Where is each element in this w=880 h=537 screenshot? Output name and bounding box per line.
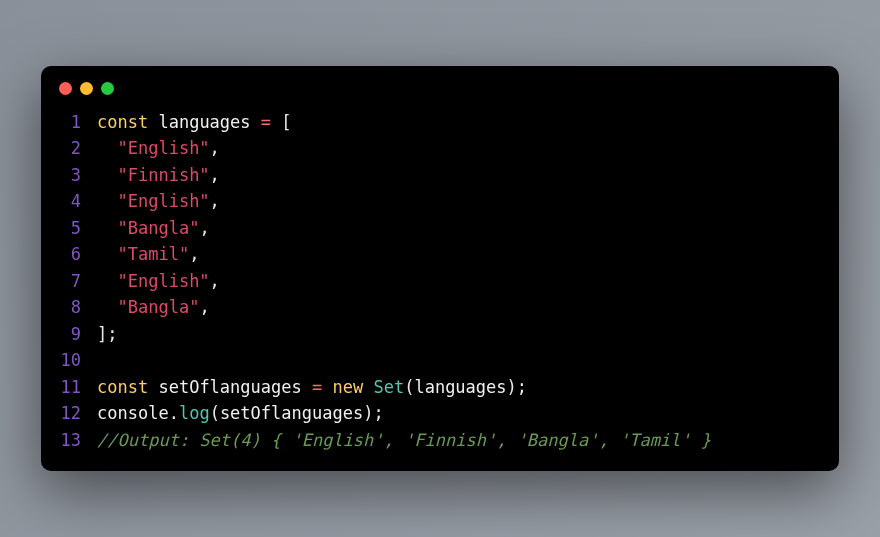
code-line: 4 "English",	[41, 188, 839, 215]
code-content: "English",	[97, 188, 220, 215]
code-content: "Bangla",	[97, 294, 210, 321]
code-content: //Output: Set(4) { 'English', 'Finnish',…	[97, 427, 711, 454]
code-line: 13//Output: Set(4) { 'English', 'Finnish…	[41, 427, 839, 454]
code-window: 1const languages = [2 "English",3 "Finni…	[41, 66, 839, 472]
line-number: 9	[41, 321, 97, 348]
code-line: 5 "Bangla",	[41, 215, 839, 242]
code-content: const setOflanguages = new Set(languages…	[97, 374, 527, 401]
window-titlebar	[41, 66, 839, 103]
code-content: "English",	[97, 268, 220, 295]
line-number: 2	[41, 135, 97, 162]
maximize-icon[interactable]	[101, 82, 114, 95]
close-icon[interactable]	[59, 82, 72, 95]
code-content: const languages = [	[97, 109, 292, 136]
code-line: 1const languages = [	[41, 109, 839, 136]
code-content: "English",	[97, 135, 220, 162]
line-number: 1	[41, 109, 97, 136]
code-content: console.log(setOflanguages);	[97, 400, 384, 427]
code-line: 12console.log(setOflanguages);	[41, 400, 839, 427]
code-line: 10	[41, 347, 839, 374]
code-content: "Tamil",	[97, 241, 199, 268]
code-content: ];	[97, 321, 117, 348]
line-number: 5	[41, 215, 97, 242]
line-number: 7	[41, 268, 97, 295]
line-number: 12	[41, 400, 97, 427]
line-number: 6	[41, 241, 97, 268]
line-number: 4	[41, 188, 97, 215]
line-number: 3	[41, 162, 97, 189]
code-line: 3 "Finnish",	[41, 162, 839, 189]
line-number: 13	[41, 427, 97, 454]
code-line: 6 "Tamil",	[41, 241, 839, 268]
code-editor: 1const languages = [2 "English",3 "Finni…	[41, 103, 839, 454]
code-line: 7 "English",	[41, 268, 839, 295]
line-number: 11	[41, 374, 97, 401]
code-content: "Finnish",	[97, 162, 220, 189]
code-content: "Bangla",	[97, 215, 210, 242]
code-line: 9];	[41, 321, 839, 348]
minimize-icon[interactable]	[80, 82, 93, 95]
code-line: 2 "English",	[41, 135, 839, 162]
code-line: 8 "Bangla",	[41, 294, 839, 321]
line-number: 10	[41, 347, 97, 374]
code-line: 11const setOflanguages = new Set(languag…	[41, 374, 839, 401]
line-number: 8	[41, 294, 97, 321]
